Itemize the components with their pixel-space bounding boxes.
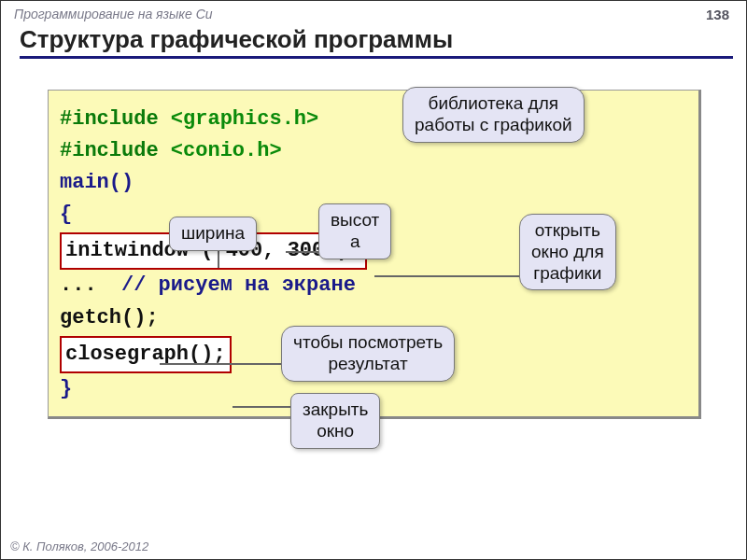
code-main: main() (60, 167, 687, 199)
code-include2-kw: #include (60, 139, 171, 162)
callout-open: открыть окно для графики (519, 214, 616, 290)
callout-result: чтобы посмотреть результат (281, 326, 455, 382)
callout-height: высот а (318, 203, 391, 259)
conn-close (233, 406, 290, 408)
footer-copyright: © К. Поляков, 2006-2012 (10, 539, 148, 553)
callout-library: библиотека для работы с графикой (402, 87, 585, 143)
code-include2-hdr: <conio.h> (171, 139, 282, 162)
callout-close: закрыть окно (290, 393, 380, 449)
code-closegraph: closegraph(); (60, 336, 232, 373)
callout-width: ширина (169, 217, 257, 251)
code-comment: // рисуем на экране (121, 273, 356, 297)
conn-result (160, 363, 286, 365)
code-include1-hdr: <graphics.h> (171, 107, 318, 131)
code-ellipsis: ... (60, 273, 121, 297)
page-number: 138 (706, 7, 729, 22)
conn-height (286, 251, 323, 253)
slide-title: Структура графической программы (20, 25, 733, 59)
doc-title: Программирование на языке Си (14, 7, 733, 21)
code-include1-kw: #include (60, 107, 171, 131)
conn-open (374, 275, 519, 277)
